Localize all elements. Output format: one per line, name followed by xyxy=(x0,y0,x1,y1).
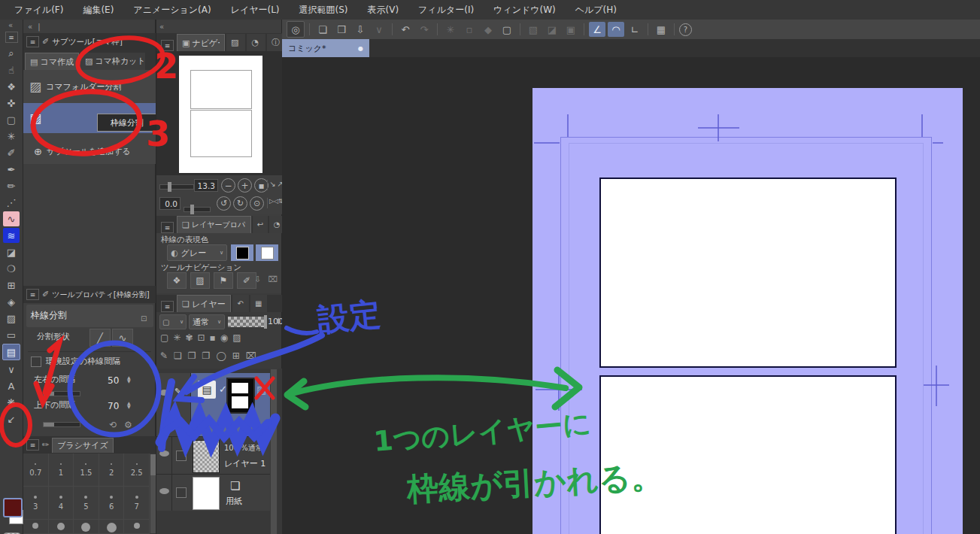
transfer-down-icon[interactable]: ❐ xyxy=(188,350,196,361)
snap-to-special-ruler-icon[interactable]: ◠ xyxy=(608,22,624,37)
black-swatch-cell[interactable] xyxy=(231,244,253,261)
panel-menu-icon[interactable]: ≡ xyxy=(26,36,39,47)
fit-window-icon[interactable]: ↘ xyxy=(269,180,276,188)
item-bank-tab[interactable]: ◔ xyxy=(247,34,265,51)
fill-icon[interactable]: ◆ xyxy=(480,22,496,37)
panel-menu-icon[interactable]: ≡ xyxy=(26,439,39,451)
straight-split-button[interactable]: ╱ xyxy=(90,329,111,347)
draw-target-cell[interactable]: ✎ ∨ xyxy=(171,373,191,436)
brush-size-cell[interactable] xyxy=(124,520,150,534)
subtool-tab[interactable]: ▨コマ枠カット xyxy=(80,53,145,70)
menu-item[interactable]: 表示(V) xyxy=(358,4,409,17)
layer-checkbox[interactable] xyxy=(176,487,187,498)
brush-size-cell[interactable]: 1.5 xyxy=(74,454,99,487)
lock-pixel-icon[interactable]: ▪ xyxy=(210,332,216,343)
separator[interactable] xyxy=(437,23,438,35)
collapse-panel-icon[interactable]: « | xyxy=(28,23,42,31)
vertical-spacing-slider[interactable] xyxy=(43,422,80,427)
panel-menu-icon[interactable]: ≡ xyxy=(161,40,174,51)
separator[interactable] xyxy=(648,23,648,35)
vertical-spacing-spinner[interactable]: ▲▼ xyxy=(127,401,131,408)
reset-rotation-button[interactable]: ⊙ xyxy=(250,196,264,211)
wrench-icon[interactable]: ⚙ xyxy=(124,420,132,430)
blend-tool[interactable]: ❍ xyxy=(3,261,20,276)
frame-border-tool[interactable]: ▤ xyxy=(2,344,20,360)
eraser-tool[interactable]: ◪ xyxy=(3,244,20,259)
select-nav-button[interactable]: ⚑ xyxy=(214,272,233,289)
lasso-fill-tool[interactable]: ≋ xyxy=(3,228,20,243)
new-folder-icon[interactable]: ❏ xyxy=(174,350,182,361)
subtool-item-frame-folder-split[interactable]: ▨ コマフォルダー分割 xyxy=(23,70,156,103)
env-spacing-checkbox[interactable] xyxy=(31,357,41,367)
white-swatch-cell[interactable] xyxy=(256,244,278,261)
set-as-reference-icon[interactable]: ◉ xyxy=(220,332,228,343)
new-canvas-icon[interactable]: ❏ xyxy=(314,22,331,37)
eyedropper-tool[interactable]: ✐ xyxy=(3,145,20,160)
figure-tool[interactable]: ⊞ xyxy=(3,278,20,293)
menu-item[interactable]: アニメーション(A) xyxy=(123,4,220,17)
gradient-tool[interactable]: ▨ xyxy=(3,311,20,326)
scale-rotate-icon[interactable]: ▢ xyxy=(499,22,515,37)
layer-scrollbar[interactable] xyxy=(270,369,278,534)
new-raster-layer-icon[interactable]: ✎ xyxy=(160,350,168,361)
rotate-ccw-button[interactable]: ↺ xyxy=(217,196,231,211)
layer-row-paper[interactable]: ❏ 用紙 xyxy=(156,474,270,511)
separator[interactable] xyxy=(584,23,584,35)
brush-size-cell[interactable]: 7 xyxy=(124,487,150,520)
register-default-icon[interactable]: ⇩ xyxy=(254,275,261,284)
brush-size-cell[interactable]: 6 xyxy=(99,487,125,520)
document-tab[interactable]: コミック* ● xyxy=(282,39,369,57)
brush-size-tab[interactable]: ブラシサイズ xyxy=(52,438,114,453)
auto-select-tool[interactable]: ✳ xyxy=(3,129,20,144)
delete-property-icon[interactable]: ⌧ xyxy=(268,275,278,284)
separator[interactable] xyxy=(309,23,310,35)
fill-bucket-tool[interactable]: ◈ xyxy=(3,294,20,309)
opacity-spinner[interactable]: ▲▼ xyxy=(277,317,281,324)
separator[interactable] xyxy=(520,23,520,35)
brush-size-cell[interactable]: 0.7 xyxy=(23,454,49,487)
ruler-range-icon[interactable]: ▨ xyxy=(232,332,241,343)
reset-tool-icon[interactable]: ⟲ xyxy=(109,420,117,430)
mask-icon[interactable]: ◯ xyxy=(216,350,226,361)
brush-size-cell[interactable]: 2.5 xyxy=(124,454,150,487)
text-tool[interactable]: A xyxy=(3,378,20,393)
layer-property-tab[interactable]: ❏ レイヤープロパティ xyxy=(177,216,251,233)
apply-mask-icon[interactable]: ⊞ xyxy=(232,350,240,361)
menu-item[interactable]: 編集(E) xyxy=(73,4,123,17)
hand-tool[interactable]: ☝ xyxy=(3,62,20,77)
layer-checkbox[interactable] xyxy=(176,451,187,461)
panel-menu-icon[interactable]: ≡ xyxy=(26,289,39,300)
saturated-lines-tool[interactable]: ❋ xyxy=(3,395,20,410)
subview-tab[interactable]: ▨ xyxy=(226,34,245,51)
correct-line-tool[interactable]: ↙ xyxy=(3,411,20,426)
selection-layer-icon[interactable]: ▢ xyxy=(160,332,168,343)
rotate-value[interactable]: 0.0 xyxy=(159,197,181,210)
clear-outside-icon[interactable]: ▫ xyxy=(461,22,478,37)
collapse-toolbar-icon[interactable]: « xyxy=(8,21,14,29)
deselect-icon[interactable]: ▧ xyxy=(525,22,542,37)
eye-cell[interactable] xyxy=(156,373,172,436)
delete-layer-icon[interactable]: ⌧ xyxy=(246,350,256,361)
panel-menu-icon[interactable]: ≡ xyxy=(161,301,174,312)
zoom-out-button[interactable]: − xyxy=(221,178,235,193)
clip-studio-logo-icon[interactable]: ◎ xyxy=(287,21,305,38)
layer-property-tab2[interactable]: ↩ xyxy=(253,216,268,233)
menu-item[interactable]: ヘルプ(H) xyxy=(566,4,627,17)
pen-tool[interactable]: ✒ xyxy=(3,162,20,177)
eye-icon[interactable] xyxy=(159,488,169,494)
add-subtool-button[interactable]: ⊕ サブツールを追加する xyxy=(34,146,131,157)
opacity-slider[interactable] xyxy=(228,317,265,327)
marquee-tool[interactable]: ▢ xyxy=(3,112,20,127)
clip-at-layer-icon[interactable]: ✾ xyxy=(185,332,193,343)
vertical-spacing-value[interactable]: 70 xyxy=(108,401,119,411)
open-file-icon[interactable]: ❒ xyxy=(333,22,350,37)
collapse-panel-icon[interactable]: « xyxy=(159,23,165,31)
expression-color-dropdown[interactable]: ◐ グレー ∨ xyxy=(167,244,227,261)
selection-border-icon[interactable]: ▣ xyxy=(563,22,579,37)
unlock-icon[interactable]: ⊡ xyxy=(141,314,147,323)
brush-size-cell[interactable]: 3 xyxy=(23,487,49,520)
brush-size-cell[interactable] xyxy=(23,520,49,534)
horizontal-spacing-spinner[interactable]: ▲▼ xyxy=(127,375,131,383)
undo-icon[interactable]: ↶ xyxy=(397,22,414,37)
material-palette-icon[interactable]: ▦ xyxy=(653,22,669,37)
